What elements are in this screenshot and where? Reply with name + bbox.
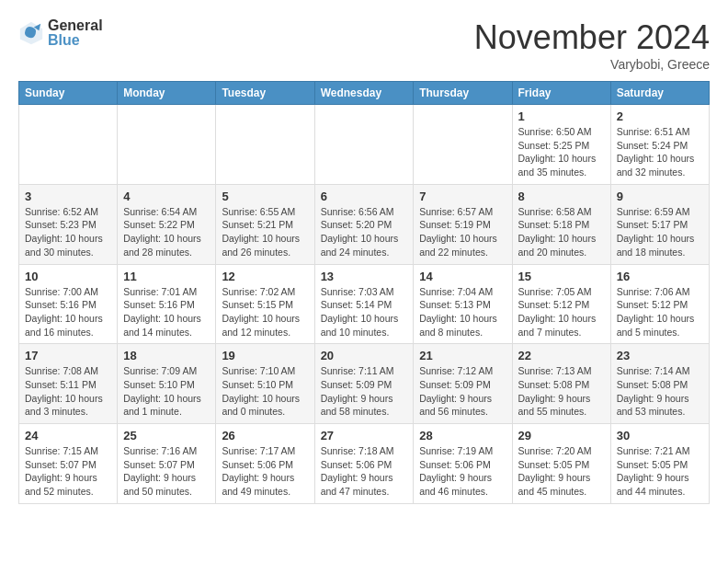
day-number: 20 <box>321 349 408 362</box>
day-number: 6 <box>321 190 408 203</box>
calendar-cell: 19Sunrise: 7:10 AMSunset: 5:10 PMDayligh… <box>216 344 314 424</box>
calendar-cell: 2Sunrise: 6:51 AMSunset: 5:24 PMDaylight… <box>610 105 709 185</box>
calendar-cell: 12Sunrise: 7:02 AMSunset: 5:15 PMDayligh… <box>216 264 314 344</box>
calendar-cell: 17Sunrise: 7:08 AMSunset: 5:11 PMDayligh… <box>19 344 118 424</box>
day-info: Sunrise: 7:16 AMSunset: 5:07 PMDaylight:… <box>123 444 210 499</box>
calendar-cell: 26Sunrise: 7:17 AMSunset: 5:06 PMDayligh… <box>216 424 314 504</box>
calendar-cell <box>216 105 314 185</box>
day-number: 19 <box>222 349 308 362</box>
calendar-cell: 24Sunrise: 7:15 AMSunset: 5:07 PMDayligh… <box>19 424 118 504</box>
calendar-cell <box>118 105 216 185</box>
calendar-cell: 29Sunrise: 7:20 AMSunset: 5:05 PMDayligh… <box>512 424 610 504</box>
day-info: Sunrise: 6:56 AMSunset: 5:20 PMDaylight:… <box>321 205 408 259</box>
calendar-cell: 20Sunrise: 7:11 AMSunset: 5:09 PMDayligh… <box>314 344 414 424</box>
day-number: 5 <box>222 190 308 203</box>
day-info: Sunrise: 7:12 AMSunset: 5:09 PMDaylight:… <box>419 364 506 419</box>
calendar-cell: 1Sunrise: 6:50 AMSunset: 5:25 PMDaylight… <box>512 105 610 185</box>
calendar-week-row: 3Sunrise: 6:52 AMSunset: 5:23 PMDaylight… <box>19 184 710 264</box>
day-number: 3 <box>25 190 111 203</box>
day-info: Sunrise: 7:21 AMSunset: 5:05 PMDaylight:… <box>617 444 703 499</box>
title-block: November 2024 Varybobi, Greece <box>474 18 710 72</box>
calendar-cell <box>314 105 414 185</box>
logo-blue: Blue <box>48 33 103 48</box>
day-info: Sunrise: 7:09 AMSunset: 5:10 PMDaylight:… <box>123 364 210 419</box>
day-number: 11 <box>123 270 210 283</box>
day-number: 18 <box>123 349 210 362</box>
day-number: 24 <box>25 429 111 442</box>
weekday-header: Tuesday <box>216 82 314 105</box>
day-info: Sunrise: 7:11 AMSunset: 5:09 PMDaylight:… <box>321 364 408 419</box>
day-info: Sunrise: 7:05 AMSunset: 5:12 PMDaylight:… <box>518 285 605 339</box>
day-number: 17 <box>25 349 111 362</box>
calendar-cell: 6Sunrise: 6:56 AMSunset: 5:20 PMDaylight… <box>314 184 414 264</box>
calendar-cell: 3Sunrise: 6:52 AMSunset: 5:23 PMDaylight… <box>19 184 118 264</box>
calendar-cell: 9Sunrise: 6:59 AMSunset: 5:17 PMDaylight… <box>610 184 709 264</box>
calendar-cell: 21Sunrise: 7:12 AMSunset: 5:09 PMDayligh… <box>414 344 512 424</box>
calendar-table: SundayMondayTuesdayWednesdayThursdayFrid… <box>18 81 710 504</box>
logo: General Blue <box>18 18 103 48</box>
calendar-week-row: 10Sunrise: 7:00 AMSunset: 5:16 PMDayligh… <box>19 264 710 344</box>
day-number: 15 <box>518 270 605 283</box>
weekday-header: Saturday <box>610 82 709 105</box>
weekday-header: Sunday <box>19 82 118 105</box>
calendar-week-row: 17Sunrise: 7:08 AMSunset: 5:11 PMDayligh… <box>19 344 710 424</box>
day-number: 8 <box>518 190 605 203</box>
calendar-cell: 23Sunrise: 7:14 AMSunset: 5:08 PMDayligh… <box>610 344 709 424</box>
day-info: Sunrise: 7:15 AMSunset: 5:07 PMDaylight:… <box>25 444 111 499</box>
calendar-cell: 15Sunrise: 7:05 AMSunset: 5:12 PMDayligh… <box>512 264 610 344</box>
calendar-cell: 18Sunrise: 7:09 AMSunset: 5:10 PMDayligh… <box>118 344 216 424</box>
day-info: Sunrise: 7:13 AMSunset: 5:08 PMDaylight:… <box>518 364 605 419</box>
day-number: 9 <box>617 190 703 203</box>
day-info: Sunrise: 7:01 AMSunset: 5:16 PMDaylight:… <box>123 285 210 339</box>
day-info: Sunrise: 7:19 AMSunset: 5:06 PMDaylight:… <box>419 444 506 499</box>
calendar-cell: 10Sunrise: 7:00 AMSunset: 5:16 PMDayligh… <box>19 264 118 344</box>
day-info: Sunrise: 7:17 AMSunset: 5:06 PMDaylight:… <box>222 444 308 499</box>
day-info: Sunrise: 7:00 AMSunset: 5:16 PMDaylight:… <box>25 285 111 339</box>
day-info: Sunrise: 7:02 AMSunset: 5:15 PMDaylight:… <box>222 285 308 339</box>
day-info: Sunrise: 6:54 AMSunset: 5:22 PMDaylight:… <box>123 205 210 259</box>
calendar-week-row: 1Sunrise: 6:50 AMSunset: 5:25 PMDaylight… <box>19 105 710 185</box>
calendar-cell <box>19 105 118 185</box>
day-info: Sunrise: 6:59 AMSunset: 5:17 PMDaylight:… <box>617 205 703 259</box>
logo-icon <box>18 20 44 46</box>
day-info: Sunrise: 6:55 AMSunset: 5:21 PMDaylight:… <box>222 205 308 259</box>
day-info: Sunrise: 6:52 AMSunset: 5:23 PMDaylight:… <box>25 205 111 259</box>
day-number: 26 <box>222 429 308 442</box>
calendar-cell: 8Sunrise: 6:58 AMSunset: 5:18 PMDaylight… <box>512 184 610 264</box>
day-info: Sunrise: 7:08 AMSunset: 5:11 PMDaylight:… <box>25 364 111 419</box>
day-number: 1 <box>518 109 605 123</box>
day-number: 7 <box>419 190 506 203</box>
calendar-cell: 13Sunrise: 7:03 AMSunset: 5:14 PMDayligh… <box>314 264 414 344</box>
day-number: 4 <box>123 190 210 203</box>
calendar-cell: 14Sunrise: 7:04 AMSunset: 5:13 PMDayligh… <box>414 264 512 344</box>
day-info: Sunrise: 6:51 AMSunset: 5:24 PMDaylight:… <box>617 125 703 179</box>
location-subtitle: Varybobi, Greece <box>474 57 710 72</box>
day-number: 29 <box>518 429 605 442</box>
day-number: 13 <box>321 270 408 283</box>
day-info: Sunrise: 7:06 AMSunset: 5:12 PMDaylight:… <box>617 285 703 339</box>
calendar-cell: 28Sunrise: 7:19 AMSunset: 5:06 PMDayligh… <box>414 424 512 504</box>
calendar-cell: 30Sunrise: 7:21 AMSunset: 5:05 PMDayligh… <box>610 424 709 504</box>
weekday-header: Thursday <box>414 82 512 105</box>
calendar-cell: 11Sunrise: 7:01 AMSunset: 5:16 PMDayligh… <box>118 264 216 344</box>
day-info: Sunrise: 7:03 AMSunset: 5:14 PMDaylight:… <box>321 285 408 339</box>
calendar-cell: 27Sunrise: 7:18 AMSunset: 5:06 PMDayligh… <box>314 424 414 504</box>
logo-text: General Blue <box>48 18 103 48</box>
day-number: 25 <box>123 429 210 442</box>
day-info: Sunrise: 7:18 AMSunset: 5:06 PMDaylight:… <box>321 444 408 499</box>
calendar-cell: 4Sunrise: 6:54 AMSunset: 5:22 PMDaylight… <box>118 184 216 264</box>
day-info: Sunrise: 7:10 AMSunset: 5:10 PMDaylight:… <box>222 364 308 419</box>
weekday-header: Wednesday <box>314 82 414 105</box>
calendar-week-row: 24Sunrise: 7:15 AMSunset: 5:07 PMDayligh… <box>19 424 710 504</box>
day-info: Sunrise: 7:14 AMSunset: 5:08 PMDaylight:… <box>617 364 703 419</box>
logo-general: General <box>48 18 103 33</box>
day-info: Sunrise: 6:57 AMSunset: 5:19 PMDaylight:… <box>419 205 506 259</box>
day-number: 12 <box>222 270 308 283</box>
day-number: 28 <box>419 429 506 442</box>
day-number: 16 <box>617 270 703 283</box>
calendar-cell: 25Sunrise: 7:16 AMSunset: 5:07 PMDayligh… <box>118 424 216 504</box>
calendar-cell: 7Sunrise: 6:57 AMSunset: 5:19 PMDaylight… <box>414 184 512 264</box>
day-number: 22 <box>518 349 605 362</box>
calendar-header-row: SundayMondayTuesdayWednesdayThursdayFrid… <box>19 82 710 105</box>
day-number: 14 <box>419 270 506 283</box>
